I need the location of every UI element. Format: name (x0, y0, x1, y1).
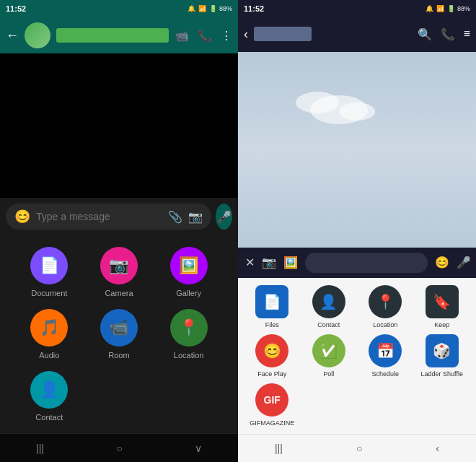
right-attach-location[interactable]: 📍 Location (369, 285, 402, 328)
mic-icon: 🎤 (217, 210, 232, 224)
right-contact-label: Contact (317, 321, 340, 328)
schedule-label: Schedule (371, 370, 399, 378)
gifmagazine-label: GIFMAGAZINE (250, 419, 294, 427)
ladder-shuffle-icon: 🎲 (433, 342, 451, 359)
attach-location[interactable]: 📍 Location (170, 309, 208, 359)
right-gallery-icon[interactable]: 🖼️ (283, 256, 298, 269)
right-phone-icon[interactable]: 📞 (441, 27, 455, 41)
contact-name-bar (56, 28, 169, 43)
schedule-circle: 📅 (369, 334, 402, 367)
audio-label: Audio (39, 351, 59, 359)
right-panel: 11:52 🔔 📶 🔋 88% ‹ 🔍 📞 ≡ ✕ 📷 🖼️ 😊 🎤 (238, 0, 476, 462)
attachment-menu: 📄 Document 📷 Camera 🖼️ Gallery 🎵 (0, 235, 238, 433)
room-icon: 📹 (109, 318, 128, 337)
faceplay-icon: 😊 (263, 342, 281, 359)
gifmagazine-circle: GIF (255, 383, 288, 417)
right-attach-faceplay[interactable]: 😊 Face Play (255, 334, 288, 378)
ladder-shuffle-label: Ladder Shuffle (421, 370, 463, 378)
ladder-shuffle-icon-bg: 🎲 (426, 334, 459, 367)
faceplay-label: Face Play (257, 370, 286, 378)
right-header: ‹ 🔍 📞 ≡ (238, 17, 476, 51)
right-input-bar: ✕ 📷 🖼️ 😊 🎤 (238, 248, 476, 279)
files-icon: 📄 (263, 293, 281, 310)
gallery-label: Gallery (176, 289, 201, 297)
more-icon[interactable]: ⋮ (221, 29, 232, 43)
avatar (25, 22, 50, 48)
right-nav-menu-icon[interactable]: ||| (275, 443, 283, 454)
schedule-icon: 📅 (376, 342, 395, 359)
right-text-input[interactable] (305, 253, 428, 273)
mic-button[interactable]: 🎤 (216, 204, 232, 230)
left-time: 11:52 (6, 4, 26, 13)
files-label: Files (265, 321, 279, 328)
right-emoji-icon[interactable]: 😊 (435, 256, 449, 269)
right-more-icon[interactable]: ≡ (464, 27, 470, 41)
camera-label: Camera (105, 289, 133, 297)
attach-audio[interactable]: 🎵 Audio (30, 309, 68, 359)
contact-icon: 👤 (40, 380, 59, 399)
right-contact-circle: 👤 (312, 285, 345, 318)
right-attach-contact[interactable]: 👤 Contact (312, 285, 345, 328)
gifmagazine-icon: GIF (264, 394, 281, 406)
right-location-label: Location (373, 321, 397, 328)
contact-circle: 👤 (30, 371, 68, 409)
back-button[interactable]: ← (6, 28, 19, 43)
close-icon[interactable]: ✕ (245, 256, 255, 269)
nav-home-icon[interactable]: ○ (116, 443, 122, 454)
phone-icon[interactable]: 📞 (198, 29, 212, 43)
gallery-circle: 🖼️ (170, 247, 208, 284)
right-location-circle: 📍 (369, 285, 402, 318)
left-panel: 11:52 🔔 📶 🔋 88% ← 📹 📞 ⋮ 😊 📎 📷 🎤 (0, 0, 238, 462)
input-area: 😊 📎 📷 🎤 (0, 198, 238, 235)
left-status-icons: 🔔 📶 🔋 88% (188, 5, 232, 12)
right-status-bar: 11:52 🔔 📶 🔋 88% (238, 0, 476, 17)
left-header: ← 📹 📞 ⋮ (0, 17, 238, 53)
message-input-box: 😊 📎 📷 (6, 204, 211, 230)
right-mic-icon[interactable]: 🎤 (457, 256, 471, 269)
emoji-icon[interactable]: 😊 (14, 209, 30, 225)
location-circle: 📍 (170, 309, 208, 346)
attach-icon[interactable]: 📎 (168, 210, 182, 224)
keep-icon: 🔖 (433, 293, 451, 310)
camera-icon[interactable]: 📷 (188, 210, 203, 224)
right-back-button[interactable]: ‹ (244, 27, 248, 42)
gallery-icon: 🖼️ (179, 256, 198, 275)
attach-gallery[interactable]: 🖼️ Gallery (170, 247, 208, 297)
files-icon-bg: 📄 (255, 285, 288, 318)
header-icons: 📹 📞 ⋮ (175, 29, 232, 43)
attach-contact[interactable]: 👤 Contact (30, 371, 68, 422)
right-chat-area (238, 52, 476, 248)
left-nav-bar: ||| ○ ∨ (0, 433, 238, 462)
right-nav-bar: ||| ○ ‹ (238, 434, 476, 462)
right-contact-icon: 👤 (319, 293, 338, 310)
document-label: Document (31, 289, 67, 297)
right-attach-ladder-shuffle[interactable]: 🎲 Ladder Shuffle (421, 334, 463, 378)
poll-label: Poll (323, 370, 334, 378)
attach-document[interactable]: 📄 Document (30, 247, 68, 297)
sky-background (238, 52, 476, 248)
document-icon: 📄 (40, 256, 59, 275)
right-attach-poll[interactable]: ✅ Poll (312, 334, 345, 378)
audio-circle: 🎵 (30, 309, 68, 346)
keep-icon-bg: 🔖 (426, 285, 459, 318)
right-attach-files[interactable]: 📄 Files (255, 285, 288, 328)
right-camera-icon[interactable]: 📷 (262, 256, 276, 269)
nav-back-icon[interactable]: ∨ (195, 443, 202, 454)
right-attach-gifmagazine[interactable]: GIF GIFMAGAZINE (250, 383, 294, 427)
attach-room[interactable]: 📹 Room (100, 309, 138, 359)
right-nav-home-icon[interactable]: ○ (356, 443, 362, 454)
camera-circle: 📷 (100, 247, 138, 284)
cloud3 (296, 92, 339, 113)
room-circle: 📹 (100, 309, 138, 346)
nav-menu-icon[interactable]: ||| (36, 443, 44, 454)
right-attach-keep[interactable]: 🔖 Keep (426, 285, 459, 328)
message-input[interactable] (36, 211, 162, 222)
video-call-icon[interactable]: 📹 (175, 29, 189, 43)
search-icon[interactable]: 🔍 (418, 27, 432, 41)
left-status-bar: 11:52 🔔 📶 🔋 88% (0, 0, 238, 17)
location-label: Location (174, 351, 204, 359)
right-status-icons: 🔔 📶 🔋 88% (426, 5, 470, 12)
right-nav-back-icon[interactable]: ‹ (436, 443, 439, 454)
attach-camera[interactable]: 📷 Camera (100, 247, 138, 297)
right-attach-schedule[interactable]: 📅 Schedule (369, 334, 402, 378)
